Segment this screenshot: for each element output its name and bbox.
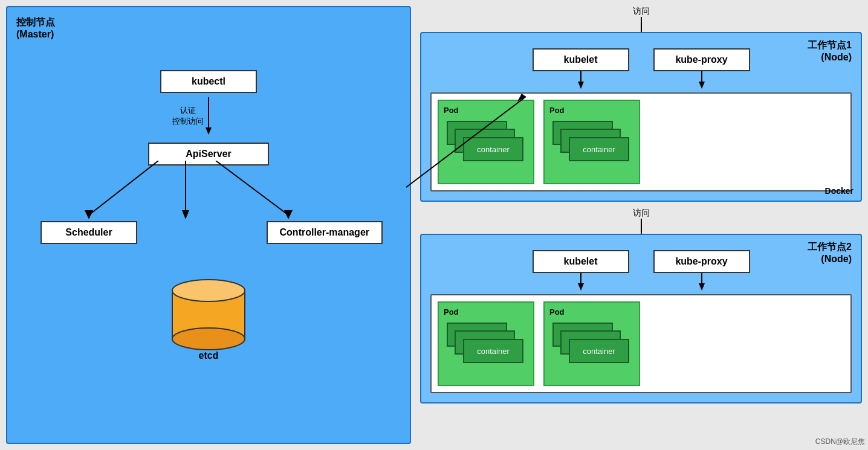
node2-access-arrow	[641, 219, 642, 234]
node2-pod2-container-front: container	[569, 339, 629, 363]
node2-kubelet-arrow	[575, 273, 587, 291]
svg-marker-18	[699, 283, 705, 291]
node1-access-arrow	[641, 17, 642, 32]
svg-marker-12	[578, 82, 584, 89]
node2-pod1-container-front: container	[463, 339, 523, 363]
node2-pod1-stack: container	[444, 320, 528, 380]
node1-kubelet-label: kubelet	[563, 54, 597, 65]
node2-proxy-box: kube-proxy	[653, 250, 750, 273]
kubectl-arrow	[202, 97, 215, 140]
auth-label: 认证 控制访问	[172, 105, 204, 127]
node1-kubelet-arrow	[575, 71, 587, 89]
etcd-cylinder	[169, 275, 248, 354]
svg-point-10	[172, 328, 245, 350]
node2-pod1: Pod container	[438, 301, 534, 386]
master-title: 控制节点 (Master)	[16, 16, 401, 40]
node1-pod1-container-label: container	[477, 145, 509, 154]
node2-proxy-arrow	[696, 273, 708, 291]
node1-proxy-label: kube-proxy	[675, 54, 727, 65]
controller-manager-box: Controller-manager	[267, 221, 383, 244]
node2-pod2-stack: container	[549, 320, 634, 380]
right-panels: 访问 工作节点1 (Node) kubelet	[420, 6, 862, 444]
node1-access-label: 访问	[633, 6, 650, 17]
node1-kubelet-area: kubelet	[533, 48, 629, 89]
node2-proxy-label: kube-proxy	[675, 256, 727, 266]
scheduler-box: Scheduler	[40, 221, 137, 244]
svg-marker-1	[206, 127, 212, 135]
node2-kubelet-area: kubelet	[533, 250, 629, 291]
node1-title: 工作节点1 (Node)	[808, 39, 852, 63]
node2-pod2: Pod container	[543, 301, 640, 386]
node2-kubelet-label: kubelet	[563, 256, 597, 266]
node2-title: 工作节点2 (Node)	[808, 241, 852, 265]
node2-kubelet-box: kubelet	[533, 250, 629, 273]
svg-marker-3	[85, 210, 93, 219]
main-diagram: 控制节点 (Master) kubectl 认证 控制访问 ApiServer	[0, 0, 868, 450]
svg-line-6	[216, 161, 288, 215]
node2-pods-container: Pod container Pod	[430, 294, 852, 393]
apiserver-label: ApiServer	[186, 149, 232, 159]
node1-pod2-label: Pod	[549, 106, 634, 115]
node1-pod1-stack: container	[444, 118, 528, 178]
node1-pods-container: Pod container Pod	[430, 92, 852, 191]
node2-panel: 工作节点2 (Node) kubelet	[420, 234, 862, 403]
svg-marker-7	[284, 210, 293, 219]
node1-wrapper: 访问 工作节点1 (Node) kubelet	[420, 6, 862, 202]
node1-pod2-container-front: container	[569, 137, 629, 161]
node2-proxy-area: kube-proxy	[653, 250, 750, 291]
node1-proxy-area: kube-proxy	[653, 48, 750, 89]
node1-pod2-stack: container	[549, 118, 634, 178]
node2-pod2-container-label: container	[583, 347, 615, 356]
kubectl-box: kubectl	[160, 70, 257, 93]
etcd-container: etcd	[169, 275, 248, 361]
node1-pod2-container-label: container	[583, 145, 615, 154]
node1-proxy-arrow	[696, 71, 708, 89]
kubectl-label: kubectl	[192, 76, 225, 86]
node2-access-area: 访问	[420, 208, 862, 234]
node1-kubelet-box: kubelet	[533, 48, 629, 71]
node2-pod1-container-label: container	[477, 347, 509, 356]
node1-pod1-container-front: container	[463, 137, 523, 161]
node1-pod2: Pod container	[543, 100, 640, 184]
docker-label: Docker	[825, 186, 853, 196]
node1-pod1: Pod container	[438, 100, 534, 184]
node2-wrapper: 访问 工作节点2 (Node) kubelet	[420, 208, 862, 403]
svg-marker-5	[182, 210, 189, 219]
node1-panel: 工作节点1 (Node) kubelet	[420, 32, 862, 202]
node1-proxy-box: kube-proxy	[653, 48, 750, 71]
controller-manager-label: Controller-manager	[280, 227, 369, 237]
node2-pod2-label: Pod	[549, 307, 634, 317]
master-panel: 控制节点 (Master) kubectl 认证 控制访问 ApiServer	[6, 6, 411, 444]
node1-access-area: 访问	[420, 6, 862, 32]
svg-marker-14	[699, 82, 705, 89]
scheduler-label: Scheduler	[65, 227, 112, 237]
svg-marker-16	[578, 283, 584, 291]
node2-top-row: kubelet kube-proxy	[430, 250, 852, 291]
node1-pod1-label: Pod	[444, 106, 528, 115]
watermark: CSDN@欧尼焦	[815, 437, 865, 447]
node2-access-label: 访问	[633, 208, 650, 219]
svg-line-2	[89, 161, 158, 215]
svg-point-9	[172, 280, 245, 301]
node2-pod1-label: Pod	[444, 307, 528, 317]
node1-top-row: kubelet kube-proxy	[430, 48, 852, 89]
